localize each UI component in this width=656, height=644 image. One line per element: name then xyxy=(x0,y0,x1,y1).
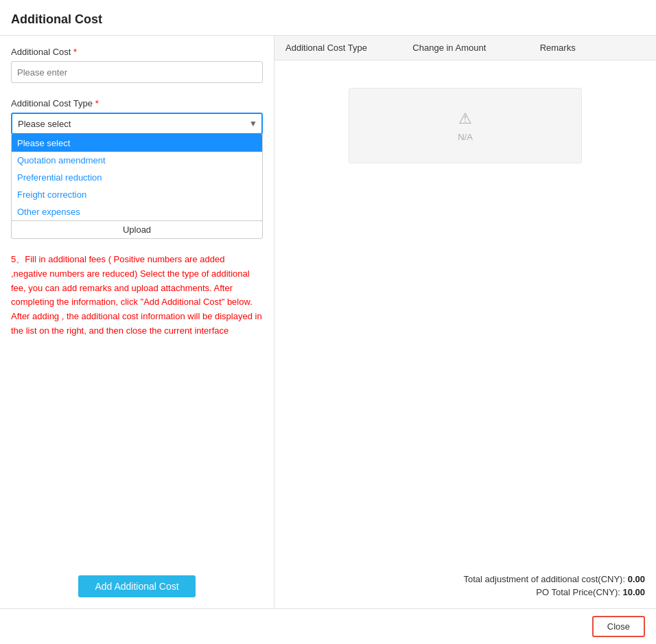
table-header: Additional Cost Type Change in Amount Re… xyxy=(274,36,656,60)
empty-state: ⚠ N/A xyxy=(349,88,582,163)
col-additional-cost-type: Additional Cost Type xyxy=(274,43,401,53)
right-panel: Additional Cost Type Change in Amount Re… xyxy=(274,36,656,608)
additional-cost-type-field-group: Additional Cost Type * Please selectQuot… xyxy=(11,98,263,135)
right-panel-spacer xyxy=(274,191,656,566)
col-change-in-amount: Change in Amount xyxy=(401,43,528,53)
cost-type-dropdown-wrapper: Please selectQuotation amendmentPreferen… xyxy=(11,113,263,135)
right-panel-inner: Additional Cost Type Change in Amount Re… xyxy=(274,36,656,608)
po-total-price-line: PO Total Price(CNY): 10.00 xyxy=(285,587,645,597)
total-adjustment-line: Total adjustment of additional cost(CNY)… xyxy=(285,574,645,584)
dropdown-option-freight-correction[interactable]: Freight correction xyxy=(12,186,262,203)
left-panel-spacer xyxy=(11,338,263,562)
total-adjustment-value: 0.00 xyxy=(628,574,645,584)
add-additional-cost-button[interactable]: Add Additional Cost xyxy=(78,575,195,597)
page-title: Additional Cost xyxy=(11,12,102,26)
instruction-text: 5、Fill in additional fees ( Positive num… xyxy=(11,253,263,338)
cost-type-dropdown[interactable]: Please selectQuotation amendmentPreferen… xyxy=(11,113,263,135)
close-button[interactable]: Close xyxy=(592,616,645,637)
additional-cost-field-group: Additional Cost * xyxy=(11,47,263,93)
page-footer: Close xyxy=(0,608,656,644)
total-adjustment-label: Total adjustment of additional cost(CNY)… xyxy=(464,574,626,584)
po-total-price-value: 10.00 xyxy=(622,587,645,597)
summary-section: Total adjustment of additional cost(CNY)… xyxy=(274,566,656,608)
page-header: Additional Cost xyxy=(0,0,656,36)
dropdown-list: Please select Quotation amendment Prefer… xyxy=(11,135,263,221)
dropdown-option-please-select[interactable]: Please select xyxy=(12,135,262,152)
main-content: Additional Cost * Additional Cost Type *… xyxy=(0,36,656,608)
upload-button[interactable]: Upload xyxy=(11,220,263,239)
dropdown-option-quotation-amendment[interactable]: Quotation amendment xyxy=(12,152,262,169)
dropdown-option-preferential-reduction[interactable]: Preferential reduction xyxy=(12,169,262,186)
additional-cost-label: Additional Cost * xyxy=(11,47,263,57)
empty-text: N/A xyxy=(458,132,473,142)
additional-cost-input[interactable] xyxy=(11,61,263,83)
dropdown-option-other-expenses[interactable]: Other expenses xyxy=(12,203,262,220)
col-remarks: Remarks xyxy=(529,43,656,53)
additional-cost-type-label: Additional Cost Type * xyxy=(11,98,263,108)
page-container: Additional Cost Additional Cost * Additi… xyxy=(0,0,656,644)
po-total-price-label: PO Total Price(CNY): xyxy=(536,587,620,597)
warning-icon: ⚠ xyxy=(458,110,472,128)
left-panel: Additional Cost * Additional Cost Type *… xyxy=(0,36,274,608)
